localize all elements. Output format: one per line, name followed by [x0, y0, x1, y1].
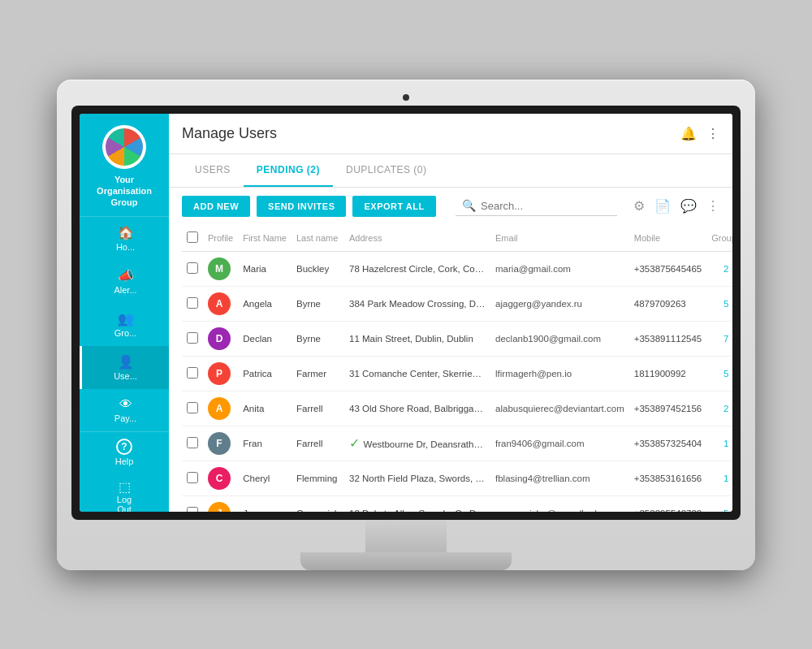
comment-icon[interactable]: 💬	[680, 198, 697, 214]
groups-link[interactable]: 1	[723, 474, 728, 483]
sidebar-item-alerts[interactable]: 📣 Aler...	[80, 260, 169, 303]
avatar: D	[208, 327, 231, 350]
row-checkbox[interactable]	[187, 332, 198, 344]
page-header: Manage Users 🔔 ⋮	[169, 114, 732, 154]
cell-email: ajaggerg@yandex.ru	[490, 286, 629, 321]
cell-firstname: Anita	[238, 391, 292, 426]
col-header-address: Address	[344, 225, 490, 252]
cell-address: 32 North Field Plaza, Swords, Co Dublin	[344, 461, 490, 495]
verified-check-icon: ✓	[349, 436, 363, 450]
filter-icon[interactable]: ⚙	[633, 198, 645, 214]
groups-link[interactable]: 5	[723, 299, 728, 309]
cell-groups: 7	[706, 321, 732, 356]
row-checkbox[interactable]	[187, 367, 198, 379]
row-checkbox[interactable]	[187, 297, 198, 309]
cell-groups: 5	[706, 356, 732, 391]
table-row: AAngelaByrne384 Park Meadow Crossing, Du…	[182, 286, 732, 321]
sidebar-label-payments: Pay...	[114, 413, 136, 423]
export-all-button[interactable]: EXPORT ALL	[352, 196, 435, 217]
toolbar: ADD NEW SEND INVITES EXPORT ALL 🔍 ⚙ 📄 💬 …	[169, 188, 732, 225]
select-all-checkbox[interactable]	[187, 231, 198, 243]
tab-duplicates[interactable]: DUPLICATES (0)	[333, 154, 439, 187]
cell-groups: 5	[706, 495, 732, 512]
cell-firstname: Declan	[238, 321, 292, 356]
col-header-lastname: Last name	[292, 225, 344, 252]
sidebar-item-users[interactable]: 👤 Use...	[80, 346, 169, 389]
row-checkbox[interactable]	[187, 507, 198, 512]
table-row: PPatricaFarmer31 Comanche Center, Skerri…	[182, 356, 732, 391]
row-checkbox[interactable]	[187, 262, 198, 274]
groups-link[interactable]: 2	[723, 264, 728, 274]
logo-graphic	[106, 128, 143, 166]
cell-avatar: J	[203, 495, 238, 512]
cell-lastname: Gennerich	[292, 495, 344, 512]
groups-link[interactable]: 5	[723, 508, 728, 512]
cell-mobile: +353897452156	[629, 391, 706, 426]
col-header-groups: Groups	[706, 225, 732, 252]
table-row: DDeclanByrne11 Main Street, Dublin, Dubl…	[182, 321, 732, 356]
cell-lastname: Farrell	[292, 391, 344, 426]
alert-icon: 📣	[118, 268, 134, 283]
document-icon[interactable]: 📄	[654, 198, 671, 214]
sidebar-label-logout: Log Out	[117, 495, 132, 511]
help-icon: ?	[116, 439, 132, 455]
users-icon: 👤	[118, 354, 134, 370]
home-icon: 🏠	[118, 225, 134, 240]
row-checkbox[interactable]	[187, 437, 198, 448]
app-container: Your Organisation Group 🏠 Ho... 📣 Aler..…	[80, 114, 732, 512]
sidebar-label-home: Ho...	[116, 242, 135, 252]
search-input[interactable]	[481, 200, 611, 212]
sidebar-item-help[interactable]: ? Help	[80, 432, 169, 473]
table-row: MMariaBuckley78 Hazelcrest Circle, Cork,…	[182, 251, 732, 286]
cell-groups: 5	[706, 286, 732, 321]
cell-address: 384 Park Meadow Crossing, Dublin, Co Dub…	[344, 286, 490, 321]
monitor-screen: Your Organisation Group 🏠 Ho... 📣 Aler..…	[80, 114, 732, 512]
row-checkbox[interactable]	[187, 402, 198, 413]
avatar: J	[208, 502, 231, 512]
monitor-stand-base	[300, 552, 512, 570]
monitor-bezel: Your Organisation Group 🏠 Ho... 📣 Aler..…	[71, 106, 741, 520]
sidebar-nav: 🏠 Ho... 📣 Aler... 👥 Gro... 👤	[80, 217, 169, 431]
cell-address: 43 Old Shore Road, Balbriggan, Co Dublin	[344, 391, 490, 426]
avatar: A	[208, 397, 231, 420]
cell-firstname: Jenny	[238, 495, 292, 512]
groups-link[interactable]: 7	[723, 334, 728, 344]
cell-avatar: F	[203, 426, 238, 461]
groups-link[interactable]: 1	[723, 439, 728, 448]
avatar: P	[208, 362, 231, 385]
avatar: A	[208, 292, 231, 315]
cell-lastname: Byrne	[292, 286, 344, 321]
sidebar-item-home[interactable]: 🏠 Ho...	[80, 217, 169, 260]
cell-mobile: +353853161656	[629, 461, 706, 495]
cell-mobile: +353895548722	[629, 495, 706, 512]
notification-bell-icon[interactable]: 🔔	[680, 126, 697, 141]
cell-lastname: Farrell	[292, 426, 344, 461]
monitor-camera	[403, 94, 409, 101]
cell-avatar: A	[203, 391, 238, 426]
tab-pending[interactable]: PENDING (2)	[244, 154, 333, 187]
cell-address: ✓ Westbourne Dr, Deansrath, Clondalkin, …	[344, 426, 490, 461]
avatar: C	[208, 467, 231, 490]
cell-address: 12 Dakota Alley, Swords, Co Dublin	[344, 495, 490, 512]
kebab-menu-icon[interactable]: ⋮	[706, 198, 719, 214]
send-invites-button[interactable]: SEND INVITES	[257, 196, 346, 217]
tab-users[interactable]: USERS	[182, 154, 244, 187]
cell-email: lfirmagerh@pen.io	[490, 356, 629, 391]
cell-avatar: C	[203, 461, 238, 495]
logout-icon: ⬚	[119, 479, 131, 495]
cell-avatar: D	[203, 321, 238, 356]
groups-link[interactable]: 2	[723, 404, 728, 413]
cell-address: 11 Main Street, Dublin, Dublin	[344, 321, 490, 356]
add-new-button[interactable]: ADD NEW	[182, 196, 250, 217]
groups-link[interactable]: 5	[723, 369, 728, 379]
cell-mobile: 4879709263	[629, 286, 706, 321]
sidebar-item-logout[interactable]: ⬚ Log Out	[80, 473, 169, 511]
sidebar-item-payments[interactable]: 👁 Pay...	[80, 389, 169, 431]
table-row: AAnitaFarrell43 Old Shore Road, Balbrigg…	[182, 391, 732, 426]
cell-groups: 2	[706, 391, 732, 426]
more-options-icon[interactable]: ⋮	[706, 126, 719, 141]
sidebar-item-groups[interactable]: 👥 Gro...	[80, 303, 169, 346]
cell-firstname: Cheryl	[238, 461, 292, 495]
cell-groups: 1	[706, 426, 732, 461]
row-checkbox[interactable]	[187, 472, 198, 483]
